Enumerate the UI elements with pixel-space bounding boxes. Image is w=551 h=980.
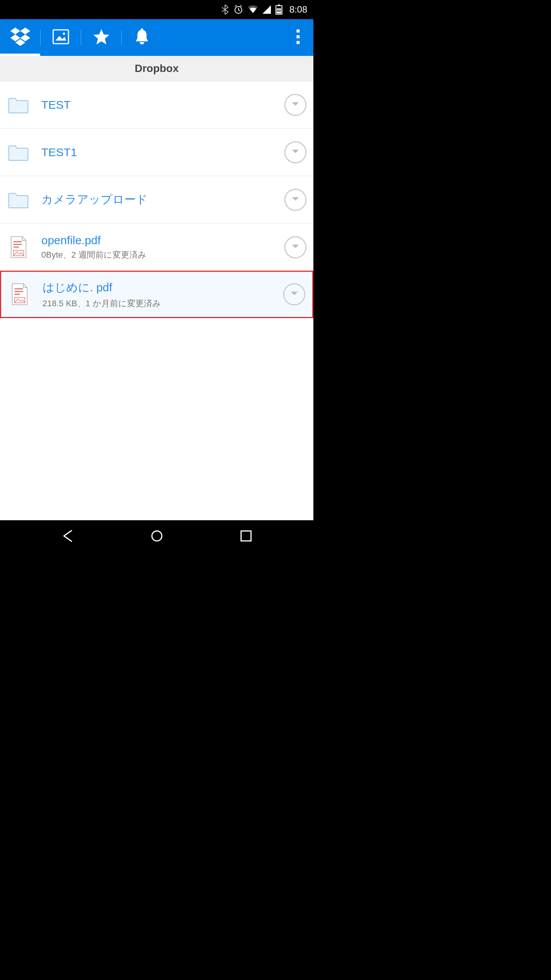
tab-notifications[interactable] <box>122 19 162 56</box>
svg-text:69: 69 <box>277 9 281 13</box>
android-nav-bar <box>0 521 313 551</box>
svg-rect-15 <box>15 288 23 289</box>
app-bar <box>0 19 313 56</box>
overflow-menu-button[interactable] <box>283 19 313 56</box>
list-item-text: openfile.pdf 0Byte、2 週間前に変更済み <box>41 234 284 261</box>
alarm-icon <box>233 5 243 15</box>
list-item[interactable]: openfile.pdf 0Byte、2 週間前に変更済み <box>0 224 313 271</box>
item-menu-button[interactable] <box>284 236 306 258</box>
chevron-down-icon <box>291 149 300 156</box>
dropbox-icon <box>10 27 31 48</box>
overflow-icon <box>296 29 300 46</box>
svg-rect-13 <box>13 244 22 245</box>
status-bar: 69 8:08 <box>0 0 313 19</box>
svg-rect-14 <box>13 247 19 248</box>
chevron-down-icon <box>290 291 298 298</box>
bluetooth-icon <box>221 5 229 15</box>
tab-favorites[interactable] <box>81 19 121 56</box>
status-time: 8:08 <box>289 4 307 15</box>
tab-files[interactable] <box>0 19 40 56</box>
section-header: Dropbox <box>0 56 313 81</box>
section-title: Dropbox <box>135 62 179 75</box>
list-item-name: はじめに. pdf <box>42 280 283 296</box>
list-item[interactable]: TEST <box>0 81 313 129</box>
empty-space <box>0 318 313 520</box>
star-icon <box>93 28 110 47</box>
chevron-down-icon <box>291 196 300 203</box>
list-item[interactable]: はじめに. pdf 218.5 KB、1 か月前に変更済み <box>0 271 313 318</box>
pdf-file-icon <box>8 283 31 306</box>
list-item-name: TEST1 <box>41 146 284 159</box>
list-item[interactable]: TEST1 <box>0 129 313 176</box>
svg-rect-5 <box>53 30 68 44</box>
item-menu-button[interactable] <box>284 94 306 116</box>
svg-rect-11 <box>297 41 300 44</box>
bell-icon <box>134 28 150 47</box>
list-item-text: カメラアップロード <box>41 192 284 207</box>
file-list: TEST TEST1 カメラアップロード <box>0 81 313 318</box>
list-item-meta: 218.5 KB、1 か月前に変更済み <box>42 298 283 309</box>
pdf-file-icon <box>7 236 30 259</box>
item-menu-button[interactable] <box>284 141 306 163</box>
svg-rect-19 <box>241 531 251 541</box>
item-menu-button[interactable] <box>283 283 305 305</box>
signal-icon <box>262 5 271 14</box>
list-item-text: TEST1 <box>41 146 284 159</box>
nav-home-button[interactable] <box>145 524 168 547</box>
chevron-down-icon <box>291 244 300 251</box>
svg-rect-9 <box>297 29 300 33</box>
list-item-meta: 0Byte、2 週間前に変更済み <box>41 249 284 261</box>
list-item-name: カメラアップロード <box>41 192 284 207</box>
svg-rect-17 <box>15 294 20 295</box>
chevron-down-icon <box>291 101 300 108</box>
svg-rect-12 <box>13 241 22 242</box>
svg-point-18 <box>152 531 162 541</box>
nav-back-button[interactable] <box>56 524 79 547</box>
item-menu-button[interactable] <box>284 189 306 211</box>
tab-photos[interactable] <box>41 19 81 56</box>
svg-rect-16 <box>15 291 23 292</box>
folder-icon <box>7 188 30 211</box>
list-item-text: はじめに. pdf 218.5 KB、1 か月前に変更済み <box>42 280 283 309</box>
list-item-name: openfile.pdf <box>41 234 284 247</box>
list-item[interactable]: カメラアップロード <box>0 176 313 224</box>
svg-rect-10 <box>297 35 300 38</box>
photos-icon <box>52 29 69 46</box>
list-item-name: TEST <box>41 98 284 111</box>
folder-icon <box>7 141 30 164</box>
list-item-text: TEST <box>41 98 284 111</box>
wifi-icon <box>248 5 258 14</box>
svg-marker-6 <box>55 36 66 41</box>
nav-recent-button[interactable] <box>235 524 258 547</box>
svg-point-8 <box>141 28 143 31</box>
folder-icon <box>7 93 30 116</box>
svg-point-7 <box>63 33 65 35</box>
battery-icon: 69 <box>276 5 282 15</box>
